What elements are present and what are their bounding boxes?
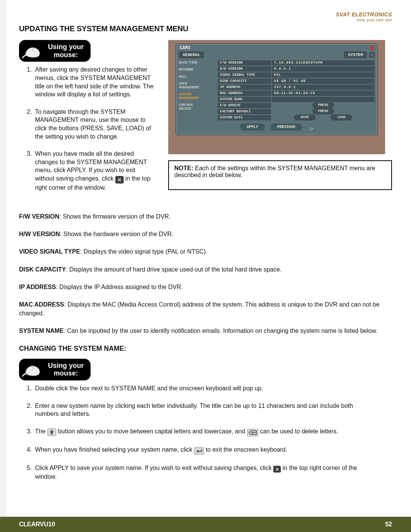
note-box: NOTE: Each of the settings within the SY…	[168, 160, 392, 190]
ss-label: F/W VERSION	[218, 60, 271, 66]
sidebar-item-datetime[interactable]: DATE/TIME	[179, 61, 215, 65]
definition-item: F/W VERSION: Shows the firmware version …	[19, 212, 392, 221]
definition-item: DISK CAPACITY: Displays the amount of ha…	[19, 265, 392, 274]
ss-value: PAL	[272, 72, 374, 78]
sidebar-item-system-mgmt[interactable]: SYSTEM MANAGEMENT	[179, 93, 215, 100]
ss-close-icon[interactable]: ×	[369, 52, 374, 58]
ss-label: H/W VERSION	[218, 66, 271, 72]
ss-tab-general[interactable]: GENERAL	[179, 51, 204, 58]
note-text: Each of the settings within the SYSTEM M…	[174, 165, 375, 178]
sidebar-item-user-mgmt[interactable]: USER MANAGEMENT	[179, 82, 215, 89]
mouse-badge-2: Using your mouse:	[19, 359, 91, 380]
section2-title: CHANGING THE SYSTEM NAME:	[19, 345, 392, 353]
step2-1: Double click the box next to SYSTEM NAME…	[33, 384, 369, 393]
ss-value: 127.0.0.1	[272, 84, 374, 90]
step2-4: When you have finished selecting your sy…	[33, 446, 369, 455]
close-icon	[273, 466, 281, 473]
sidebar-item-network[interactable]: NETWORK	[179, 68, 215, 72]
ss-label: SYSTEM NAME	[218, 96, 271, 102]
mouse-icon	[22, 44, 43, 58]
cursor-icon: ▷	[310, 126, 313, 131]
page-footer: CLEARVU10 52	[0, 517, 411, 532]
step2-5: Click APPLY to save your system name. If…	[33, 464, 369, 481]
close-icon	[115, 176, 124, 184]
ss-actions: APPLY PREVIOUS ▷	[176, 124, 378, 130]
definition-item: VIDEO SIGNAL TYPE: Displays the video si…	[19, 248, 392, 256]
footer-model: CLEARVU10	[19, 521, 55, 528]
ss-save-button[interactable]: SAVE	[294, 115, 315, 120]
ss-tab-system[interactable]: SYSTEM	[344, 51, 367, 58]
ss-value: 48 GB / 81 GB	[272, 78, 374, 84]
definition-item: MAC ADDRESS: Displays the MAC (Media Acc…	[19, 300, 392, 318]
footer-page-number: 52	[385, 521, 392, 528]
section1-title: UPDATING THE SYSTEM MANAGEMENT MENU	[19, 24, 392, 33]
ss-press-button[interactable]: PRESS	[312, 109, 334, 114]
ss-label: SYSTEM DATA	[218, 115, 271, 120]
brand-block: SVAT ELECTRONICS now you can see	[19, 11, 392, 23]
definition-item: SYSTEM NAME: Can be inputted by the user…	[19, 327, 392, 335]
ss-value: 00-11-5F-01-25-CE	[272, 90, 374, 96]
definitions-list: F/W VERSION: Shows the firmware version …	[19, 212, 392, 335]
steps-list-1: After saving any desired changes to othe…	[19, 66, 156, 192]
note-label: NOTE:	[174, 165, 193, 171]
mouse-badge: Using your mouse:	[19, 40, 91, 62]
ss-value: 7.10.003.131ENCUTAPM	[272, 60, 374, 66]
mouse-badge-text: Using your mouse:	[48, 43, 84, 59]
ss-value: 0.0.0.1	[272, 66, 374, 72]
ss-label: DISK CAPACITY	[218, 78, 271, 84]
backspace-icon	[247, 429, 258, 436]
step-3: When you have made all the desired chang…	[33, 150, 156, 192]
sidebar-item-control-device[interactable]: CONTROL DEVICE	[179, 104, 215, 111]
record-icon	[370, 46, 374, 50]
mouse-icon	[22, 362, 43, 377]
system-mgmt-screenshot: CAM1 GENERAL SYSTEM × DATE/TIME NETW	[168, 40, 385, 154]
ss-label: F/W UPDATE	[218, 102, 271, 108]
step-2: To navigate through the SYSTEM MANAGEMEN…	[33, 108, 156, 141]
step2-3: The button allows you to move between ca…	[33, 427, 369, 436]
ss-sidebar: DATE/TIME NETWORK MAIL USER MANAGEMENT S…	[179, 60, 215, 121]
ss-press-button[interactable]: PRESS	[312, 102, 334, 108]
ss-value	[272, 96, 374, 102]
step2-2: Enter a new system name by clicking each…	[33, 402, 369, 418]
enter-icon	[194, 447, 204, 455]
ss-label: MAC ADDRESS	[218, 90, 271, 96]
shift-icon	[47, 428, 56, 436]
ss-load-button[interactable]: LOAD	[331, 115, 352, 120]
ss-previous-button[interactable]: PREVIOUS	[271, 124, 302, 130]
ss-label: FACTORY DEFAULT	[218, 109, 271, 114]
definition-item: IP ADDRESS: Displays the IP Address assi…	[19, 283, 392, 291]
ss-cam-label: CAM1	[180, 45, 191, 51]
ss-label: VIDEO SIGNAL TYPE	[218, 72, 271, 78]
sidebar-item-mail[interactable]: MAIL	[179, 75, 215, 79]
definition-item: H/W VERSION: Shows the hardware version …	[19, 230, 392, 238]
steps-list-2: Double click the box next to SYSTEM NAME…	[19, 384, 369, 481]
ss-apply-button[interactable]: APPLY	[240, 124, 264, 130]
ss-label: IP ADDRESS	[218, 84, 271, 90]
step-1: After saving any desired changes to othe…	[33, 66, 156, 98]
brand-tagline: now you can see	[19, 17, 392, 23]
